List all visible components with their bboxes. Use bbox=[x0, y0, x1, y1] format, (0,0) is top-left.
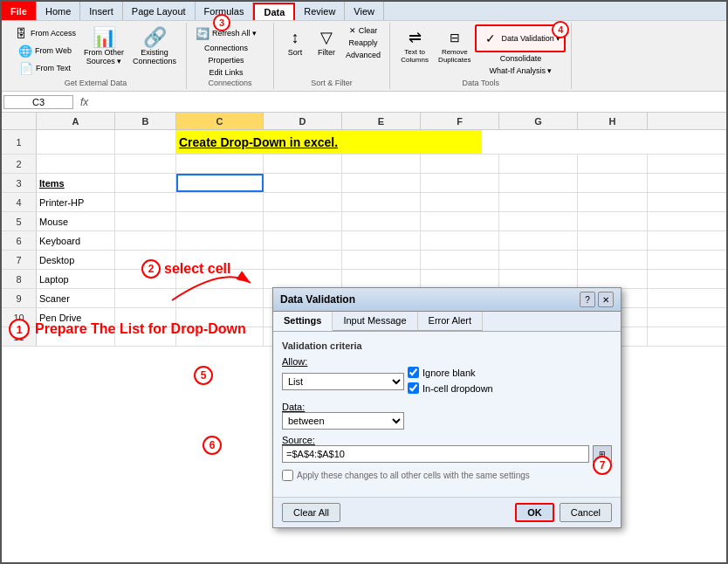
col-header-d[interactable]: D bbox=[264, 113, 342, 129]
cell-g6[interactable] bbox=[499, 231, 578, 250]
edit-links-button[interactable]: Edit Links bbox=[192, 66, 260, 79]
cell-d8[interactable] bbox=[264, 270, 342, 288]
col-header-g[interactable]: G bbox=[499, 113, 578, 129]
tab-home[interactable]: Home bbox=[37, 2, 80, 20]
cell-f2[interactable] bbox=[421, 155, 499, 173]
cell-b9[interactable] bbox=[115, 289, 176, 307]
cell-b5[interactable] bbox=[115, 212, 176, 230]
cell-a1[interactable] bbox=[37, 130, 115, 154]
col-header-a[interactable]: A bbox=[37, 113, 115, 129]
cell-g8[interactable] bbox=[499, 270, 578, 288]
existing-connections-button[interactable]: 🔗 ExistingConnections bbox=[128, 24, 181, 68]
text-to-columns-button[interactable]: ⇌ Text toColumns bbox=[395, 24, 434, 66]
cell-e5[interactable] bbox=[342, 212, 421, 230]
col-header-b[interactable]: B bbox=[115, 113, 176, 129]
cell-b1[interactable] bbox=[115, 130, 176, 154]
tab-data[interactable]: Data bbox=[253, 3, 295, 20]
col-header-f[interactable]: F bbox=[421, 113, 499, 129]
cell-e3[interactable] bbox=[342, 174, 421, 192]
cell-a5[interactable]: Mouse bbox=[37, 212, 115, 230]
connections-button[interactable]: Connections bbox=[192, 42, 260, 54]
filter-button[interactable]: ▽ Filter bbox=[311, 24, 342, 59]
cell-c6[interactable] bbox=[176, 231, 264, 250]
clear-all-button[interactable]: Clear All bbox=[282, 503, 340, 522]
ignore-blank-checkbox[interactable] bbox=[408, 367, 419, 378]
tab-view[interactable]: View bbox=[345, 2, 384, 20]
col-header-h[interactable]: H bbox=[578, 113, 648, 129]
tab-insert[interactable]: Insert bbox=[80, 2, 123, 20]
properties-button[interactable]: Properties bbox=[192, 54, 260, 66]
cell-e7[interactable] bbox=[342, 251, 421, 269]
sort-button[interactable]: ↕ Sort bbox=[279, 24, 311, 59]
cell-a9[interactable]: Scaner bbox=[37, 289, 115, 307]
cell-d4[interactable] bbox=[264, 193, 342, 211]
cell-a7[interactable]: Desktop bbox=[37, 251, 115, 269]
cell-f7[interactable] bbox=[421, 251, 499, 269]
cell-f4[interactable] bbox=[421, 193, 499, 211]
dialog-tab-settings[interactable]: Settings bbox=[273, 312, 333, 331]
allow-select[interactable]: List bbox=[282, 373, 404, 390]
cell-a4[interactable]: Printer-HP bbox=[37, 193, 115, 211]
what-if-analysis-button[interactable]: What-If Analysis ▾ bbox=[475, 65, 566, 77]
dialog-tab-error-alert[interactable]: Error Alert bbox=[418, 312, 484, 331]
ok-button[interactable]: OK bbox=[515, 503, 554, 522]
cell-d5[interactable] bbox=[264, 212, 342, 230]
cell-c1[interactable]: Create Drop-Down in excel. bbox=[176, 130, 482, 154]
cell-d6[interactable] bbox=[264, 231, 342, 250]
cell-c2[interactable] bbox=[176, 155, 264, 173]
cell-e8[interactable] bbox=[342, 270, 421, 288]
advanced-button[interactable]: Advanced bbox=[342, 49, 384, 61]
cell-c5[interactable] bbox=[176, 212, 264, 230]
cell-a6[interactable]: Keyboard bbox=[37, 231, 115, 250]
dialog-close-button[interactable]: ✕ bbox=[598, 292, 614, 307]
tab-review[interactable]: Review bbox=[295, 2, 345, 20]
cancel-button[interactable]: Cancel bbox=[560, 503, 612, 522]
cell-a3[interactable]: Items bbox=[37, 174, 115, 192]
cell-h4[interactable] bbox=[578, 193, 648, 211]
cell-c4[interactable] bbox=[176, 193, 264, 211]
dialog-help-button[interactable]: ? bbox=[580, 292, 595, 307]
name-box[interactable]: C3 bbox=[3, 95, 73, 109]
cell-e4[interactable] bbox=[342, 193, 421, 211]
cell-g7[interactable] bbox=[499, 251, 578, 269]
from-text-button[interactable]: 📄 From Text bbox=[10, 59, 79, 77]
cell-d2[interactable] bbox=[264, 155, 342, 173]
cell-b4[interactable] bbox=[115, 193, 176, 211]
cell-h5[interactable] bbox=[578, 212, 648, 230]
from-access-button[interactable]: 🗄 From Access bbox=[10, 24, 79, 42]
cell-d3[interactable] bbox=[264, 174, 342, 192]
cell-f6[interactable] bbox=[421, 231, 499, 250]
cell-h6[interactable] bbox=[578, 231, 648, 250]
source-input[interactable] bbox=[282, 445, 589, 463]
cell-f5[interactable] bbox=[421, 212, 499, 230]
from-other-sources-button[interactable]: 📊 From OtherSources ▾ bbox=[79, 24, 128, 68]
clear-button[interactable]: ✕ Clear bbox=[342, 24, 384, 37]
cell-h8[interactable] bbox=[578, 270, 648, 288]
reapply-button[interactable]: Reapply bbox=[342, 37, 384, 49]
consolidate-button[interactable]: Consolidate bbox=[475, 52, 566, 65]
data-select[interactable]: between bbox=[282, 412, 404, 430]
cell-b3[interactable] bbox=[115, 174, 176, 192]
cell-c9[interactable] bbox=[176, 289, 264, 307]
apply-checkbox[interactable] bbox=[282, 470, 293, 481]
cell-h3[interactable] bbox=[578, 174, 648, 192]
cell-g5[interactable] bbox=[499, 212, 578, 230]
formula-input[interactable] bbox=[93, 97, 726, 107]
remove-duplicates-button[interactable]: ⊟ RemoveDuplicates bbox=[434, 24, 475, 66]
in-cell-dropdown-checkbox[interactable] bbox=[408, 382, 419, 394]
col-header-c[interactable]: C bbox=[176, 113, 264, 129]
cell-b6[interactable] bbox=[115, 231, 176, 250]
cell-a2[interactable] bbox=[37, 155, 115, 173]
cell-f8[interactable] bbox=[421, 270, 499, 288]
cell-h7[interactable] bbox=[578, 251, 648, 269]
cell-f3[interactable] bbox=[421, 174, 499, 192]
cell-d7[interactable] bbox=[264, 251, 342, 269]
tab-page-layout[interactable]: Page Layout bbox=[123, 2, 196, 20]
cell-a8[interactable]: Laptop bbox=[37, 270, 115, 288]
cell-c3[interactable] bbox=[176, 174, 264, 192]
from-web-button[interactable]: 🌐 From Web bbox=[10, 42, 79, 59]
cell-g2[interactable] bbox=[499, 155, 578, 173]
cell-h2[interactable] bbox=[578, 155, 648, 173]
tab-file[interactable]: File bbox=[2, 2, 37, 20]
cell-g4[interactable] bbox=[499, 193, 578, 211]
